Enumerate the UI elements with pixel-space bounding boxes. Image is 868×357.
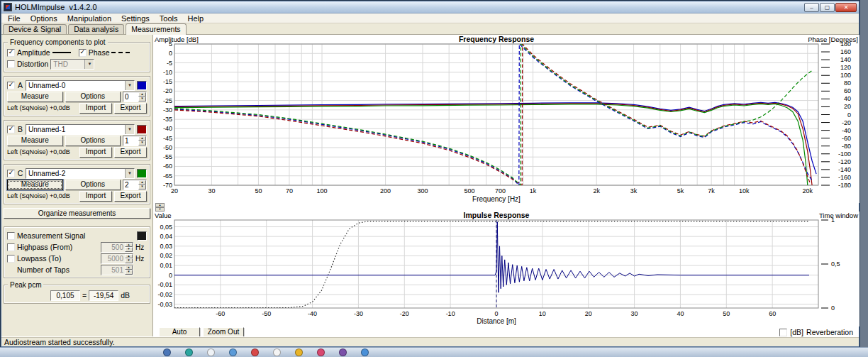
svg-text:-10: -10	[163, 69, 172, 76]
distortion-checkbox[interactable]	[7, 60, 15, 68]
taskbar-app-icon[interactable]	[251, 348, 259, 356]
taps-spinner[interactable]: 501 ▲▼	[101, 265, 133, 275]
db-reverberation-checkbox[interactable]	[779, 329, 787, 336]
svg-text:-100: -100	[838, 150, 851, 158]
taskbar[interactable]	[0, 347, 868, 357]
titlebar[interactable]: HOLMImpulse v1.4.2.0 – ▢ ✕	[1, 1, 859, 13]
svg-text:-10: -10	[446, 310, 455, 317]
lowpass-unit-label: Hz	[135, 255, 147, 263]
options-button-a[interactable]: Options	[65, 92, 121, 102]
measurement-c-group: ✓ C Unnamed-2 ▼ Measure Options 2 ▲▼	[4, 164, 150, 204]
taskbar-app-icon[interactable]	[339, 348, 347, 356]
spin-down-icon[interactable]: ▼	[138, 185, 146, 190]
export-button-b[interactable]: Export	[114, 147, 147, 158]
options-button-c[interactable]: Options	[65, 180, 121, 190]
export-button-a[interactable]: Export	[114, 103, 147, 114]
svg-text:100: 100	[840, 72, 851, 79]
spin-down-icon[interactable]: ▼	[125, 258, 133, 263]
measurement-b-index-spinner[interactable]: 1 ▲▼	[123, 136, 147, 146]
measurement-c-name-dropdown[interactable]: Unnamed-2 ▼	[26, 168, 135, 179]
peak-pcm-title: Peak pcm	[8, 281, 43, 289]
measurement-a-checkbox[interactable]: ✓	[7, 82, 15, 89]
maximize-button[interactable]: ▢	[820, 3, 835, 12]
tab-data-analysis[interactable]: Data analysis	[68, 24, 124, 34]
svg-text:-30: -30	[163, 106, 172, 114]
measurement-b-group: ✓ B Unnamed-1 ▼ Measure Options 1 ▲▼	[4, 120, 150, 160]
svg-text:160: 160	[840, 48, 851, 55]
spin-down-icon[interactable]: ▼	[125, 247, 133, 252]
measurement-a-name-dropdown[interactable]: Unnamed-0 ▼	[26, 80, 135, 91]
menu-options[interactable]: Options	[26, 14, 62, 23]
organize-measurements-button[interactable]: Organize measurements	[4, 208, 150, 219]
spin-down-icon[interactable]: ▼	[138, 141, 146, 145]
measurement-c-checkbox[interactable]: ✓	[7, 170, 15, 177]
menu-file[interactable]: File	[3, 14, 26, 23]
lowpass-checkbox[interactable]	[7, 255, 15, 263]
svg-text:-0,03: -0,03	[157, 301, 172, 308]
chart-splitter[interactable]: ▲ ▼	[153, 203, 859, 212]
measurement-a-index-spinner[interactable]: 0 ▲▼	[123, 92, 147, 102]
taskbar-app-icon[interactable]	[273, 348, 281, 356]
measurement-a-name: Unnamed-0	[26, 81, 125, 90]
menu-manipulation[interactable]: Manipulation	[62, 14, 116, 23]
taskbar-app-icon[interactable]	[361, 348, 369, 356]
options-button-b[interactable]: Options	[65, 136, 121, 146]
spin-down-icon[interactable]: ▼	[138, 97, 146, 101]
menu-settings[interactable]: Settings	[116, 14, 155, 23]
export-button-c[interactable]: Export	[114, 191, 147, 202]
measurement-c-name: Unnamed-2	[26, 169, 125, 178]
distortion-type-dropdown[interactable]: THD ▼	[50, 59, 94, 70]
phase-label: Phase	[89, 48, 110, 57]
amplitude-line-sample	[52, 52, 71, 53]
measure-button-b[interactable]: Measure	[7, 136, 63, 146]
measurement-c-gain-label: Left (SqNoise) +0,0dB	[7, 192, 77, 199]
minimize-button[interactable]: –	[804, 3, 819, 12]
measurement-signal-checkbox[interactable]	[7, 232, 15, 240]
lowpass-value: 5000	[101, 254, 125, 263]
import-button-a[interactable]: Import	[79, 103, 112, 114]
taskbar-app-icon[interactable]	[295, 348, 303, 356]
highpass-checkbox[interactable]	[7, 243, 15, 251]
measure-button-a[interactable]: Measure	[7, 92, 63, 102]
measurement-signal-color-swatch[interactable]	[137, 231, 147, 241]
import-button-b[interactable]: Import	[79, 147, 112, 158]
taskbar-app-icon[interactable]	[207, 348, 215, 356]
measure-button-c[interactable]: Measure	[7, 180, 63, 190]
measurement-a-color-swatch[interactable]	[137, 81, 147, 90]
tab-measurements[interactable]: Measurements	[126, 23, 186, 35]
impulse-response-chart[interactable]: 0,050,040,030,020,010-0,01-0,02-0,0310,5…	[153, 212, 859, 326]
svg-text:-30: -30	[354, 310, 363, 317]
measurement-b-name-dropdown[interactable]: Unnamed-1 ▼	[26, 124, 135, 135]
chevron-down-icon: ▼	[125, 81, 134, 90]
svg-text:80: 80	[844, 79, 851, 87]
peak-db-unit-label: dB	[121, 291, 130, 300]
svg-text:50: 50	[723, 310, 730, 317]
taskbar-app-icon[interactable]	[185, 348, 193, 356]
check-icon: ✓	[9, 170, 14, 176]
svg-text:-40: -40	[842, 127, 851, 134]
tab-device-signal[interactable]: Device & Signal	[3, 24, 67, 34]
measurement-c-color-swatch[interactable]	[137, 169, 147, 178]
measurement-b-color-swatch[interactable]	[137, 125, 147, 134]
svg-text:-120: -120	[838, 158, 851, 165]
lowpass-spinner[interactable]: 5000 ▲▼	[101, 253, 133, 264]
svg-text:-45: -45	[163, 135, 172, 142]
frequency-response-chart[interactable]: 50-5-10-15-20-25-30-35-40-45-50-55-60-65…	[153, 35, 859, 203]
measurement-c-index-spinner[interactable]: 2 ▲▼	[123, 180, 147, 190]
taskbar-app-icon[interactable]	[163, 348, 171, 356]
menu-help[interactable]: Help	[182, 14, 208, 23]
lowpass-label: Lowpass (To)	[17, 254, 99, 263]
phase-line-sample	[111, 52, 130, 53]
measurement-b-checkbox[interactable]: ✓	[7, 126, 15, 133]
svg-text:-35: -35	[163, 116, 172, 123]
amplitude-checkbox[interactable]: ✓	[7, 49, 15, 57]
spin-down-icon[interactable]: ▼	[125, 270, 133, 275]
highpass-spinner[interactable]: 500 ▲▼	[101, 242, 133, 253]
phase-checkbox[interactable]: ✓	[79, 49, 87, 57]
taskbar-app-icon[interactable]	[229, 348, 237, 356]
menu-tools[interactable]: Tools	[155, 14, 183, 23]
taskbar-app-icon[interactable]	[317, 348, 325, 356]
close-button[interactable]: ✕	[835, 3, 857, 12]
import-button-c[interactable]: Import	[79, 191, 112, 202]
charts-panel: 50-5-10-15-20-25-30-35-40-45-50-55-60-65…	[152, 35, 859, 336]
